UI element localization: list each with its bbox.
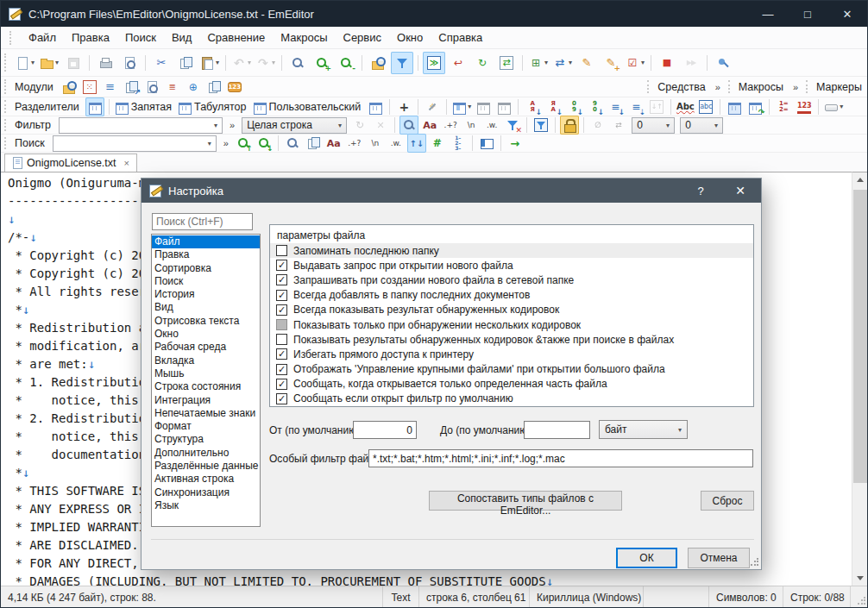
menu-item-Вид[interactable]: Вид <box>164 28 200 47</box>
new-file-button[interactable]: ▾ <box>14 52 36 74</box>
option-row[interactable]: ✓Отображать 'Управление крупными файлами… <box>270 362 753 377</box>
category-item-Сортировка[interactable]: Сортировка <box>152 262 260 275</box>
file-filter-input[interactable] <box>368 449 753 467</box>
filter-match-case-button[interactable]: Aa <box>420 116 439 135</box>
vertical-scrollbar[interactable] <box>852 172 867 586</box>
option-row[interactable]: ✓Избегать прямого доступа к принтеру <box>270 347 753 361</box>
outline-button[interactable]: ⊞▾ <box>527 52 550 74</box>
extract-button[interactable]: ⇄ <box>609 116 628 135</box>
run-macro-button[interactable]: ▶▶ <box>680 52 702 74</box>
zoom-button[interactable] <box>286 52 309 74</box>
filter-clear-button[interactable]: ✕ <box>371 116 390 135</box>
menu-item-Сервис[interactable]: Сервис <box>336 28 390 47</box>
regex-button[interactable]: .+? <box>345 134 364 153</box>
ok-button[interactable]: ОК <box>616 548 677 568</box>
find-dialog-button[interactable] <box>283 134 302 153</box>
close-button[interactable]: ✕ <box>827 1 867 27</box>
category-item-Строка состояния[interactable]: Строка состояния <box>152 380 260 393</box>
plugin-lines-button[interactable]: ≡ <box>101 78 120 97</box>
checkbox-icon[interactable] <box>276 245 287 256</box>
plugin-preview-button[interactable] <box>142 78 161 97</box>
filter-remove-button[interactable]: ✕ <box>503 116 522 135</box>
plugin-numbers-button[interactable]: 123 <box>225 78 244 97</box>
sync-scroll-button[interactable]: ⇄▾ <box>551 52 574 74</box>
separator-comma-button[interactable]: Запятая <box>114 97 175 116</box>
menu-item-Поиск[interactable]: Поиск <box>117 28 164 47</box>
checkbox-icon[interactable]: ✓ <box>276 274 287 285</box>
lines-below-select[interactable]: 0▾ <box>680 117 723 134</box>
category-item-Поиск[interactable]: Поиск <box>152 275 260 288</box>
checkbox-icon[interactable] <box>276 334 287 345</box>
macro-select-button[interactable]: ☑▾ <box>624 52 646 74</box>
compare-button[interactable]: ≫ <box>423 52 445 74</box>
quick-macro-run-button[interactable]: ✎+ <box>600 52 622 74</box>
sum-values-button[interactable] <box>725 97 744 116</box>
auto-adjust-button[interactable]: ✧ <box>423 97 442 116</box>
plugin-clipboard-button[interactable]: ↗ <box>122 78 141 97</box>
scrollbar-thumb[interactable] <box>853 190 867 483</box>
category-item-Структура[interactable]: Структура <box>152 433 260 446</box>
dialog-resize-grip[interactable] <box>750 558 758 567</box>
dialog-close-button[interactable]: ✕ <box>721 184 759 197</box>
zoom-out-button[interactable]: - <box>335 52 357 74</box>
menu-item-Правка[interactable]: Правка <box>64 28 117 47</box>
separator-tab-button[interactable]: Табулятор <box>177 97 249 116</box>
filter-overflow-button[interactable]: » <box>225 120 239 130</box>
status-encoding[interactable]: Кириллица (Windows) <box>529 586 643 608</box>
category-item-Файл[interactable]: Файл <box>152 235 260 248</box>
option-row[interactable]: Показывать только при обнаружении нескол… <box>270 317 753 332</box>
maximize-button[interactable]: □ <box>788 1 827 27</box>
spell-check-button[interactable]: Abc <box>676 97 695 116</box>
search-input[interactable]: ▾ <box>53 135 217 152</box>
checkbox-icon[interactable]: ✓ <box>276 290 287 301</box>
reverse-order-button[interactable]: ↓↑ <box>647 97 666 116</box>
category-item-Активная строка[interactable]: Активная строка <box>152 473 260 486</box>
cut-button[interactable]: ✂ <box>150 52 173 74</box>
separator-custom-button[interactable]: Пользовательский <box>252 97 365 116</box>
reset-button[interactable]: Сброс <box>701 491 754 511</box>
status-line-count[interactable]: Строк: 0/88 <box>783 586 850 608</box>
plugin-counter-button[interactable]: ⁙ <box>80 78 99 97</box>
option-row[interactable]: Запоминать последнюю папку <box>270 243 753 258</box>
filter-toolbar-button[interactable] <box>391 52 413 74</box>
pin-button[interactable] <box>712 52 734 74</box>
open-file-button[interactable]: ▾ <box>38 52 60 74</box>
menu-item-Файл[interactable]: Файл <box>21 28 64 47</box>
results-panel-button[interactable] <box>477 134 496 153</box>
category-item-Вид[interactable]: Вид <box>152 301 260 314</box>
filter-mode-select[interactable]: Целая строка▾ <box>242 117 347 134</box>
lock-button[interactable] <box>560 116 579 135</box>
minimize-button[interactable]: — <box>748 1 788 27</box>
category-item-Отрисовка текста[interactable]: Отрисовка текста <box>152 315 260 328</box>
filter-input[interactable]: ▾ <box>59 117 223 134</box>
filter-panel-button[interactable] <box>531 116 550 135</box>
count-matches-button[interactable]: # <box>428 134 447 153</box>
filter-regex-button[interactable]: .+? <box>441 116 460 135</box>
category-item-История[interactable]: История <box>152 288 260 301</box>
add-column-button[interactable]: + <box>394 97 413 116</box>
menu-item-Окно[interactable]: Окно <box>389 28 431 47</box>
category-item-Формат[interactable]: Формат <box>152 420 260 433</box>
whole-word-button[interactable]: .w. <box>387 134 406 153</box>
toolbar-grip[interactable] <box>647 80 650 93</box>
paste-button[interactable]: ▾ <box>198 52 221 74</box>
numbering-button[interactable]: 1= 2= <box>774 97 793 116</box>
match-case-button[interactable]: Aa <box>324 134 343 153</box>
delete-column-button[interactable] <box>494 97 513 116</box>
scroll-down-icon[interactable] <box>852 571 868 586</box>
checkbox-icon[interactable]: ✓ <box>276 304 287 316</box>
category-item-Мышь[interactable]: Мышь <box>152 367 260 380</box>
plugin-search-button[interactable] <box>60 78 79 97</box>
category-item-Окно[interactable]: Окно <box>152 328 260 341</box>
category-item-Вкладка[interactable]: Вкладка <box>152 354 260 367</box>
compare-next-button[interactable]: ↻ <box>471 52 494 74</box>
compare-previous-button[interactable]: ↩ <box>447 52 469 74</box>
associate-file-types-button[interactable]: Сопоставить типы файлов с EmEditor... <box>429 491 622 511</box>
cancel-button[interactable]: Отмена <box>688 548 750 568</box>
go-next-button[interactable]: → <box>506 134 525 153</box>
menu-item-Сравнение[interactable]: Сравнение <box>199 28 273 47</box>
search-overflow-button[interactable]: » <box>219 138 233 148</box>
quick-macro-button[interactable]: ✎ <box>576 52 598 74</box>
sort-length-asc-button[interactable]: ≡↓ <box>606 97 625 116</box>
plugin-sum-button[interactable]: ≣ <box>163 78 182 97</box>
